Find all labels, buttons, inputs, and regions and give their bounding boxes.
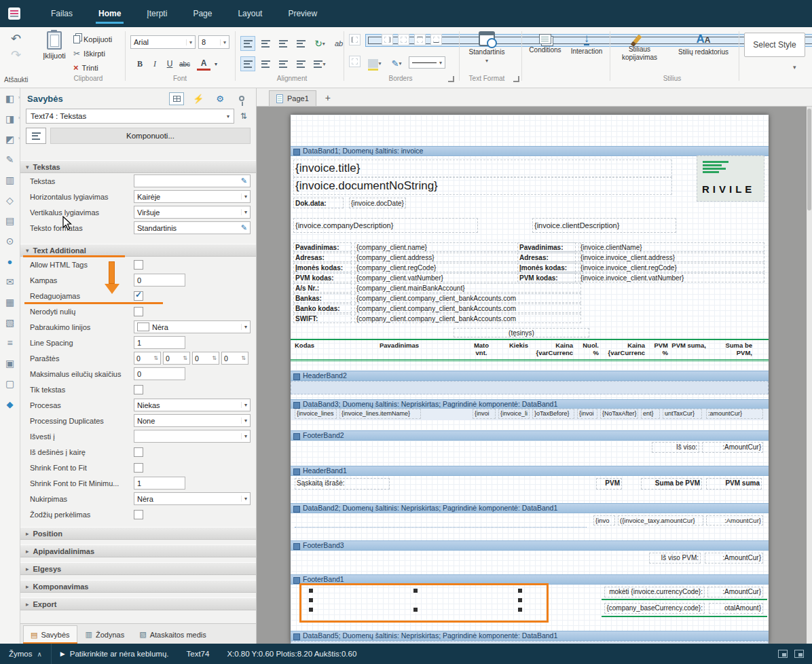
tab-ataskaitos-medis[interactable]: ▧ Ataskaitos medis [132,625,213,644]
events-button[interactable]: ⚡ [191,92,206,105]
field-label[interactable]: Banko kodas: [293,303,352,313]
tags-toggle[interactable]: Žymos∧ [0,644,51,664]
toolbox-band-icon[interactable]: ◩› [4,133,16,145]
margin-bottom-stepper[interactable]: 0⇅ [221,352,248,365]
align-top-button[interactable] [240,56,255,71]
menu-failas[interactable]: Failas [38,0,86,27]
empty-band-row[interactable] [291,381,769,394]
halign-select[interactable]: Kairėje▾ [134,190,251,203]
menu-iterpti[interactable]: Įterpti [134,0,180,27]
section-tekstas-header[interactable]: ▾ Tekstas [20,160,256,173]
align-center-button[interactable] [258,36,273,51]
vertical-scrollbar[interactable] [807,107,812,644]
field-line[interactable]: {invoice_lines [295,409,337,419]
field-tax-line[interactable]: {invo [593,515,615,525]
scrollbar-thumb[interactable] [807,109,811,210]
style-copy-button[interactable]: Stiliaus kopijavimas [615,33,664,62]
field-issued-by[interactable]: Sąskaitą išrašė: [295,478,390,490]
field-tax-line[interactable]: ({invoice_taxy.amountCur} [618,515,703,525]
border-right-button[interactable] [382,34,393,45]
field-payable-label[interactable]: mokėti {invoice.currencyCode}: [604,587,705,597]
border-style-combo[interactable]: ▾ [409,56,445,69]
isvesti-select[interactable]: ▾ [134,430,251,443]
field-label[interactable]: Pavadinimas: [293,242,352,252]
field-line[interactable]: untTaxCur} [663,409,702,419]
field-line[interactable]: ent} [641,409,660,419]
field-line[interactable]: :amountCur} [706,409,763,419]
component-selector-dropdown[interactable]: Text74 : Tekstas▾ [26,109,234,124]
toolbox-panel-icon[interactable]: ▣ [4,357,16,369]
italic-button[interactable]: I [148,57,162,71]
margin-right-stepper[interactable]: 0⇅ [192,352,219,365]
toolbox-chart-icon[interactable]: ▤ [4,215,16,227]
field-total-label[interactable]: Iš viso: [652,442,699,453]
field-line[interactable]: {NoTaxAfter} [600,409,638,419]
underline-button[interactable]: U [163,57,177,71]
field-value[interactable]: {invoice.invoice_client.regCode} [578,263,764,272]
field-basecurrency-label[interactable]: {company_baseCurrency.code}: [604,603,705,614]
field-total-value[interactable]: :AmountCur} [702,442,763,453]
rtl-checkbox[interactable] [134,447,143,457]
grid-view-button[interactable] [169,92,184,105]
check-issues-button[interactable]: ▶Patikrinkite ar nėra keblumų. [52,644,178,664]
field-label[interactable]: PVM kodas: [293,273,352,282]
edit-pencil-icon[interactable]: ✎ [241,223,247,232]
font-size-combo[interactable]: 8▾ [198,35,229,49]
field-tesinys[interactable]: (tęsinys) [454,328,589,337]
field-line[interactable]: {invoice_lines.itemName} [339,409,421,419]
tik-tekstas-checkbox[interactable] [134,385,143,394]
pabraukimo-select[interactable]: Nėra▾ [134,320,251,333]
field-sum-header[interactable]: Suma be PVM [641,478,702,490]
text-format-button[interactable]: Standartinis ▾ [464,31,509,64]
section-elgesys-header[interactable]: ▸Elgesys [20,562,256,575]
toolbox-calendar-icon[interactable]: ▦ [4,296,16,308]
field-tax-line[interactable]: :AmountCur} [706,515,763,525]
section-additional-header[interactable]: ▾ Text Additional [20,244,256,257]
band-header-databand3[interactable]: DataBand3; Duomenų šaltinis: Nepriskirta… [291,399,769,409]
line-spacing-button[interactable]: ▾ [311,56,329,71]
processing-duplicates-select[interactable]: None▾ [134,414,251,427]
max-lines-input[interactable]: 0 [134,367,185,380]
text-format-dialog-launcher[interactable] [513,76,519,82]
align-middle-button[interactable] [258,56,273,71]
section-position-header[interactable]: ▸Position [20,527,256,540]
word-wrap-checkbox[interactable] [134,510,143,519]
strikethrough-button[interactable]: abc [178,57,191,71]
field-invoice-title[interactable]: {invoice.title} [293,160,672,177]
tab-savybes[interactable]: ▤ Savybės [23,625,77,644]
field-label[interactable]: Adresas: [293,253,352,262]
menu-preview[interactable]: Preview [275,0,330,27]
menu-home[interactable]: Home [86,0,134,27]
border-outer-button[interactable] [349,56,361,67]
menu-page[interactable]: Page [180,0,225,27]
section-apipavidalinimas-header[interactable]: ▸Apipavidalinimas [20,545,256,557]
report-page[interactable]: DataBand1; Duomenų šaltinis: invoice {in… [291,115,769,644]
field-value[interactable]: {invoice.invoice_client.address} [578,253,764,262]
field-label[interactable]: SWIFT: [293,314,352,323]
band-header-footerband1[interactable]: FooterBand1 [291,574,769,585]
conditions-button[interactable]: Conditions [527,34,564,54]
toolbox-mail-icon[interactable]: ✉ [4,276,16,288]
band-header-footerband3[interactable]: FooterBand3 [291,540,769,551]
dock-panel-icon[interactable] [778,650,788,658]
field-line[interactable]: {invoi [473,409,496,419]
field-label[interactable]: Adresas: [517,253,576,262]
field-label[interactable]: Įmonės kodas: [517,263,576,272]
shrink-min-input[interactable]: 1 [134,477,185,490]
font-name-combo[interactable]: Arial▾ [130,35,196,49]
field-label[interactable]: Įmonės kodas: [293,263,352,272]
field-label[interactable]: Bankas: [293,293,352,303]
field-pvmsum-header[interactable]: PVM suma [706,478,762,490]
band-header-footerband2[interactable]: FooterBand2 [291,430,769,441]
resize-handle[interactable] [413,589,418,593]
fill-color-button[interactable]: ▾ [365,56,384,71]
field-pvm-header[interactable]: PVM [596,478,622,490]
nerodyti-nuliu-checkbox[interactable] [134,307,143,316]
settings-button[interactable]: ⚙ [213,92,227,105]
border-top-button[interactable] [414,34,426,45]
resize-handle[interactable] [413,608,418,612]
layout-view-icon[interactable] [794,650,804,658]
text-wrap-button[interactable] [293,56,308,71]
allow-html-checkbox[interactable] [134,260,143,270]
interaction-button[interactable]: ↓ Interaction [568,34,606,55]
